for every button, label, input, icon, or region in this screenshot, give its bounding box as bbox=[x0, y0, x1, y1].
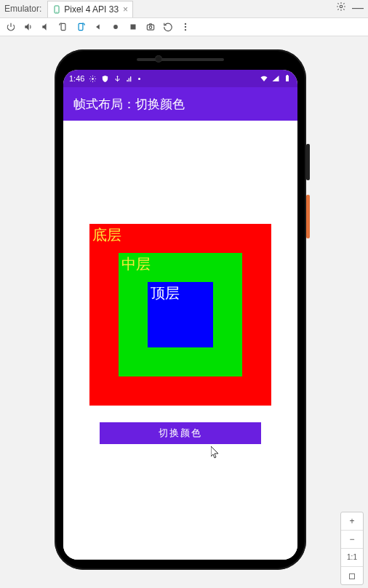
overview-icon[interactable] bbox=[128, 22, 138, 32]
dot-status-icon bbox=[138, 78, 140, 80]
app-title: 帧式布局：切换颜色 bbox=[73, 96, 185, 113]
svg-point-12 bbox=[92, 78, 95, 80]
svg-rect-15 bbox=[350, 573, 355, 579]
screenshot-icon[interactable] bbox=[145, 22, 156, 32]
svg-rect-3 bbox=[61, 23, 65, 30]
svg-point-5 bbox=[113, 25, 118, 29]
record-icon[interactable] bbox=[163, 22, 173, 32]
power-icon[interactable] bbox=[6, 22, 16, 32]
emulator-label: Emulator: bbox=[4, 4, 41, 14]
app-bar: 帧式布局：切换颜色 bbox=[63, 87, 297, 121]
gear-icon[interactable] bbox=[336, 1, 346, 14]
svg-point-10 bbox=[185, 26, 186, 28]
zoom-in-button[interactable]: + bbox=[341, 512, 363, 531]
app-content: 底层 中层 顶层 切换颜色 bbox=[63, 121, 297, 560]
wifi-icon bbox=[260, 74, 268, 83]
phone-camera bbox=[155, 55, 162, 63]
phone-icon bbox=[52, 5, 61, 14]
usb-status-icon bbox=[113, 75, 121, 83]
svg-point-1 bbox=[57, 12, 57, 12]
frame-layout: 底层 中层 顶层 bbox=[89, 224, 271, 406]
zoom-ratio-label: 1:1 bbox=[347, 553, 357, 561]
svg-rect-7 bbox=[147, 25, 153, 30]
switch-color-button-label: 切换颜色 bbox=[159, 427, 202, 438]
layer-top-label: 顶层 bbox=[151, 285, 180, 301]
phone-speaker bbox=[137, 58, 224, 61]
svg-rect-14 bbox=[287, 75, 288, 76]
svg-rect-4 bbox=[79, 23, 83, 30]
status-time: 1:46 bbox=[69, 74, 84, 83]
more-icon[interactable] bbox=[180, 22, 191, 32]
emulator-canvas: 1:46 帧式布局：切换颜色 bbox=[0, 36, 368, 588]
phone-power-button[interactable] bbox=[306, 195, 310, 238]
signal-status-icon bbox=[126, 75, 134, 83]
back-icon[interactable] bbox=[93, 22, 103, 32]
zoom-in-label: + bbox=[349, 516, 354, 526]
shield-status-icon bbox=[101, 75, 109, 83]
status-left: 1:46 bbox=[69, 74, 140, 83]
svg-point-8 bbox=[149, 26, 152, 29]
ide-topright: — bbox=[336, 1, 364, 14]
home-icon[interactable] bbox=[111, 22, 121, 32]
cell-signal-icon bbox=[271, 74, 280, 83]
volume-down-icon[interactable] bbox=[41, 22, 51, 32]
rotate-left-icon[interactable] bbox=[58, 22, 68, 32]
volume-up-icon[interactable] bbox=[23, 22, 33, 32]
phone-volume-button[interactable] bbox=[306, 144, 310, 180]
zoom-panel: + − 1:1 bbox=[340, 512, 364, 585]
phone-screen: 1:46 帧式布局：切换颜色 bbox=[63, 70, 297, 560]
ide-topbar: Emulator: Pixel 4 API 33 × — bbox=[0, 0, 368, 17]
minimize-icon[interactable]: — bbox=[352, 5, 364, 11]
zoom-out-label: − bbox=[349, 534, 354, 544]
ide-toolbar bbox=[0, 17, 368, 36]
phone-frame: 1:46 帧式布局：切换颜色 bbox=[55, 49, 306, 570]
svg-point-9 bbox=[185, 23, 186, 25]
switch-color-button[interactable]: 切换颜色 bbox=[100, 422, 261, 444]
battery-icon bbox=[283, 74, 292, 83]
rotate-right-icon[interactable] bbox=[76, 22, 86, 32]
emulator-tab-label: Pixel 4 API 33 bbox=[64, 4, 119, 15]
zoom-fit-button[interactable] bbox=[341, 567, 363, 584]
status-right bbox=[260, 74, 292, 83]
svg-rect-13 bbox=[286, 76, 289, 81]
zoom-ratio-button[interactable]: 1:1 bbox=[341, 549, 363, 567]
android-status-bar: 1:46 bbox=[63, 70, 297, 87]
zoom-out-button[interactable]: − bbox=[341, 531, 363, 549]
layer-middle-label: 中层 bbox=[121, 256, 151, 272]
svg-rect-6 bbox=[131, 25, 136, 30]
emulator-tab[interactable]: Pixel 4 API 33 × bbox=[47, 1, 133, 17]
settings-status-icon bbox=[89, 75, 97, 83]
close-icon[interactable]: × bbox=[123, 4, 128, 15]
svg-point-11 bbox=[185, 29, 186, 31]
layer-top: 顶层 bbox=[148, 282, 213, 347]
layer-bottom-label: 底层 bbox=[92, 227, 121, 243]
svg-point-2 bbox=[340, 5, 343, 8]
